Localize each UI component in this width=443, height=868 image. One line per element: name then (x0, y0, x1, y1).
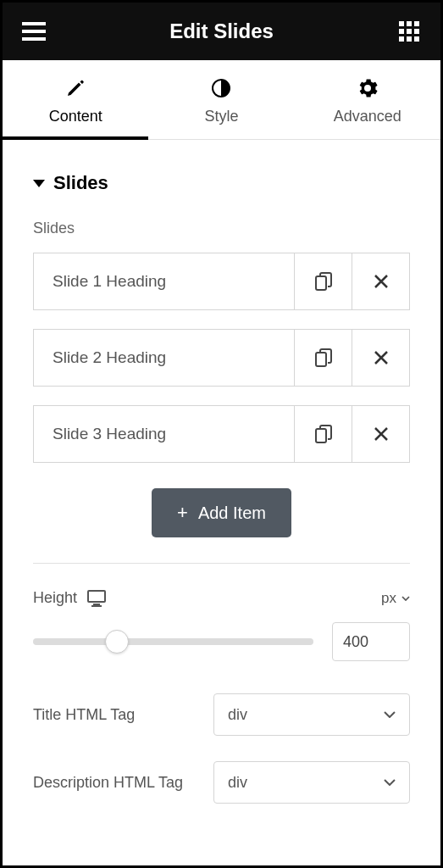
slide-item-title[interactable]: Slide 1 Heading (34, 253, 294, 309)
tab-label: Content (49, 108, 102, 125)
svg-rect-14 (316, 353, 326, 366)
editor-header: Edit Slides (3, 3, 440, 60)
duplicate-button[interactable] (294, 406, 352, 462)
tab-advanced[interactable]: Advanced (295, 60, 440, 139)
caret-down-icon (33, 180, 45, 187)
title-tag-row: Title HTML Tag div (33, 693, 410, 736)
svg-rect-5 (414, 21, 419, 26)
svg-rect-15 (316, 429, 326, 442)
svg-rect-4 (407, 21, 412, 26)
copy-icon (315, 425, 332, 443)
close-icon (374, 426, 389, 442)
remove-button[interactable] (352, 406, 409, 462)
header-title: Edit Slides (169, 19, 274, 43)
slides-field-label: Slides (33, 220, 410, 237)
svg-rect-1 (22, 30, 46, 33)
pencil-icon (64, 77, 86, 99)
title-tag-select[interactable]: div (213, 693, 410, 736)
tab-content[interactable]: Content (3, 60, 148, 139)
slide-item-title[interactable]: Slide 3 Heading (34, 406, 294, 462)
slide-item: Slide 3 Heading (33, 405, 410, 463)
svg-rect-0 (22, 22, 46, 25)
title-tag-label: Title HTML Tag (33, 706, 135, 724)
tab-label: Style (204, 108, 238, 125)
copy-icon (315, 348, 332, 367)
svg-rect-9 (399, 36, 404, 42)
add-item-label: Add Item (198, 504, 266, 523)
unit-label: px (381, 590, 396, 607)
chevron-down-icon (401, 596, 410, 601)
remove-button[interactable] (352, 330, 409, 386)
height-control-row: Height px (33, 589, 410, 607)
svg-rect-6 (399, 29, 404, 34)
svg-rect-2 (22, 37, 46, 41)
section-slides-header[interactable]: Slides (33, 172, 410, 194)
svg-rect-11 (414, 36, 419, 42)
svg-rect-16 (88, 591, 105, 602)
slider-thumb[interactable] (105, 630, 129, 654)
tabs: Content Style Advanced (3, 60, 440, 140)
height-slider-row (33, 622, 410, 661)
copy-icon (315, 272, 332, 291)
plus-icon: + (177, 502, 188, 524)
contrast-icon (210, 77, 232, 99)
svg-rect-18 (91, 605, 102, 607)
duplicate-button[interactable] (294, 253, 352, 309)
close-icon (374, 350, 389, 365)
description-tag-row: Description HTML Tag div (33, 761, 410, 804)
unit-select[interactable]: px (381, 590, 410, 607)
duplicate-button[interactable] (294, 330, 352, 386)
height-value-input[interactable] (332, 622, 410, 661)
slide-item-title[interactable]: Slide 2 Heading (34, 330, 294, 386)
tab-label: Advanced (334, 108, 401, 125)
slide-items-list: Slide 1 Heading Slide 2 Heading Slide 3 … (33, 253, 410, 463)
remove-button[interactable] (352, 253, 409, 309)
chevron-down-icon (384, 711, 396, 718)
chevron-down-icon (384, 779, 396, 786)
svg-rect-3 (399, 21, 404, 26)
description-tag-value: div (228, 774, 247, 792)
divider (33, 563, 410, 564)
desktop-icon[interactable] (87, 590, 106, 607)
svg-rect-8 (414, 29, 419, 34)
title-tag-value: div (228, 706, 247, 724)
gear-icon (357, 77, 379, 99)
add-item-button[interactable]: + Add Item (152, 488, 291, 537)
close-icon (374, 274, 389, 289)
svg-rect-17 (93, 604, 100, 605)
height-slider[interactable] (33, 638, 313, 645)
height-label: Height (33, 589, 77, 607)
section-title: Slides (53, 172, 108, 194)
slide-item: Slide 2 Heading (33, 329, 410, 387)
description-tag-select[interactable]: div (213, 761, 410, 804)
menu-icon[interactable] (21, 19, 47, 44)
svg-rect-13 (316, 276, 326, 290)
apps-grid-icon[interactable] (396, 19, 422, 44)
svg-rect-7 (407, 29, 412, 34)
svg-rect-10 (407, 36, 412, 42)
tab-style[interactable]: Style (148, 60, 294, 139)
slide-item: Slide 1 Heading (33, 253, 410, 310)
description-tag-label: Description HTML Tag (33, 774, 183, 792)
content-panel: Slides Slides Slide 1 Heading Slide 2 He… (3, 140, 440, 865)
